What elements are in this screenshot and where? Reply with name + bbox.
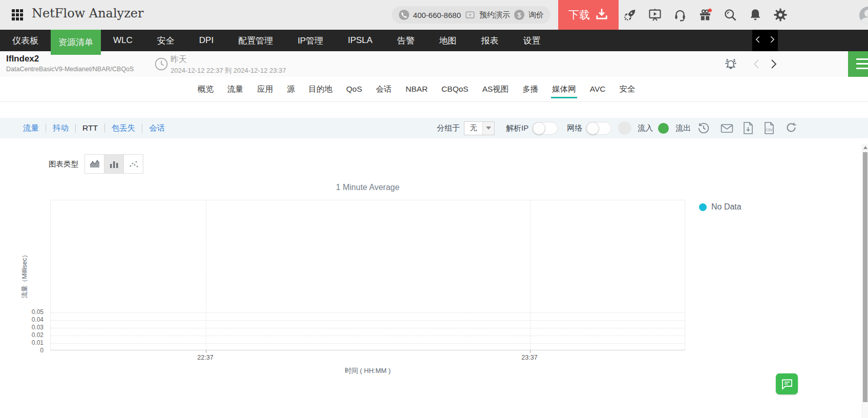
network-label: 网络 (567, 123, 582, 133)
tab-multicast[interactable]: 多播 (522, 77, 539, 101)
resolve-ip-toggle[interactable] (532, 122, 558, 135)
tab-qos[interactable]: QoS (346, 77, 363, 101)
tab-application[interactable]: 应用 (257, 77, 273, 101)
resource-tabs: 概览 流量 应用 源 目的地 QoS 会话 NBAR CBQoS AS视图 多播… (0, 77, 868, 102)
metric-conversation[interactable]: 会话 (149, 123, 165, 134)
metric-jitter[interactable]: 抖动 (53, 123, 69, 134)
prev-resource-icon[interactable] (751, 58, 763, 70)
resolve-ip-label: 解析IP (506, 123, 528, 133)
nav-dashboard[interactable]: 仪表板 (0, 30, 51, 51)
top-header: NetFlow Analyzer 400-660-8680 预约演示 $ 询价 … (0, 0, 868, 30)
nav-security[interactable]: 安全 (145, 30, 187, 51)
y-tick: 0.04 (24, 316, 44, 323)
nav-dpi[interactable]: DPI (187, 30, 226, 51)
tab-traffic[interactable]: 流量 (227, 77, 244, 101)
hamburger-icon (856, 58, 868, 60)
y-axis-title: 流量（Millisec） (20, 239, 29, 311)
outflow-radio[interactable] (658, 123, 669, 134)
scatter-chart-icon[interactable] (123, 154, 143, 174)
tab-destination[interactable]: 目的地 (308, 77, 333, 101)
tab-cbqos[interactable]: CBQoS (441, 77, 469, 101)
y-tick: 0.05 (24, 308, 44, 316)
metric-traffic[interactable]: 流量 (23, 123, 39, 134)
inflow-label: 流入 (638, 123, 653, 133)
pdf-icon[interactable] (742, 121, 755, 135)
nav-ip-mgmt[interactable]: IP管理 (285, 30, 335, 51)
svg-text:CSV: CSV (766, 128, 773, 132)
time-range: 2024-12-12 22:37 到 2024-12-12 23:37 (171, 66, 286, 75)
nav-config-mgmt[interactable]: 配置管理 (226, 30, 285, 51)
nav-ipsla[interactable]: IPSLA (335, 30, 385, 51)
chart-type-label: 图表类型 (49, 159, 78, 169)
x-tick-label: 23:37 (514, 354, 545, 361)
side-panel-toggle[interactable] (848, 51, 868, 77)
quote-link[interactable]: 询价 (528, 10, 544, 20)
next-resource-icon[interactable] (767, 58, 779, 70)
y-tick: 0 (24, 347, 44, 354)
phone-number: 400-660-8680 (413, 11, 461, 19)
search-icon[interactable] (723, 8, 737, 22)
vertical-scrollbar[interactable] (862, 144, 868, 418)
metric-links: 流量 抖动 RTT 包丢失 会话 (23, 118, 165, 138)
bar-chart-icon[interactable] (104, 154, 124, 174)
tab-overview[interactable]: 概览 (197, 77, 214, 101)
nav-inventory[interactable]: 资源清单 (51, 30, 101, 55)
download-button[interactable]: 下载 (558, 0, 619, 30)
apps-grid-icon[interactable] (11, 9, 24, 21)
group-by-select[interactable]: 无 (464, 121, 495, 135)
nav-scroll-arrows (752, 30, 778, 51)
refresh-icon[interactable] (785, 121, 798, 135)
metric-packet-loss[interactable]: 包丢失 (112, 123, 136, 134)
scrollbar-thumb[interactable] (863, 152, 867, 402)
nav-wlc[interactable]: WLC (101, 30, 145, 51)
mail-icon[interactable] (720, 121, 733, 135)
nav-maps[interactable]: 地图 (427, 30, 469, 51)
nav-next-icon[interactable] (767, 34, 777, 47)
filter-controls: 分组于 无 解析IP 网络 流入 流出 CSV (437, 118, 798, 138)
tab-as-view[interactable]: AS视图 (482, 77, 510, 101)
download-label: 下载 (568, 8, 590, 22)
x-tick-label: 22:37 (190, 354, 221, 361)
demo-link[interactable]: 预约演示 (479, 10, 510, 20)
presentation-icon[interactable] (648, 8, 662, 22)
inflow-radio[interactable] (618, 121, 631, 135)
tab-conversation[interactable]: 会话 (375, 77, 392, 101)
nav-alarms[interactable]: 告警 (385, 30, 427, 51)
resource-subtitle: DataCentreBasicV9-Medianet/NBAR/CBQoS (6, 66, 134, 73)
resource-subheader: IfIndex2 DataCentreBasicV9-Medianet/NBAR… (0, 51, 868, 77)
tab-nbar[interactable]: NBAR (405, 77, 428, 101)
network-toggle[interactable] (586, 122, 611, 135)
group-by-value: 无 (464, 123, 482, 133)
clock-icon (155, 57, 168, 71)
tab-avc[interactable]: AVC (589, 77, 606, 101)
user-avatar[interactable] (859, 7, 868, 24)
nav-settings[interactable]: 设置 (511, 30, 553, 51)
rocket-icon[interactable] (623, 8, 637, 22)
tab-security[interactable]: 安全 (619, 77, 636, 101)
resource-title: IfIndex2 (6, 54, 39, 64)
bell-icon[interactable] (748, 8, 763, 22)
nav-prev-icon[interactable] (753, 34, 764, 47)
ringing-bell-icon[interactable] (722, 56, 739, 73)
metric-rtt[interactable]: RTT (82, 123, 98, 133)
demo-video-icon (464, 9, 476, 20)
area-chart-icon[interactable] (84, 154, 104, 174)
csv-icon[interactable]: CSV (763, 121, 776, 135)
time-period-label[interactable]: 昨天 (171, 54, 187, 65)
gear-icon[interactable] (773, 8, 788, 22)
live-chat-button[interactable] (776, 373, 798, 394)
tab-medianet[interactable]: 媒体网 (552, 77, 577, 101)
gift-icon[interactable] (698, 8, 712, 22)
y-tick: 0.01 (24, 339, 44, 346)
history-icon[interactable] (697, 121, 710, 135)
chart-legend[interactable]: No Data (699, 202, 742, 212)
chart-type-selector (85, 154, 143, 174)
price-dollar-icon: $ (514, 9, 525, 20)
chart-title: 1 Minute Average (50, 183, 685, 192)
scroll-up-icon[interactable] (863, 146, 867, 149)
y-tick: 0.03 (24, 324, 44, 331)
headset-icon[interactable] (673, 8, 687, 22)
nav-reports[interactable]: 报表 (469, 30, 511, 51)
tab-source[interactable]: 源 (286, 77, 295, 101)
phone-icon (398, 9, 410, 20)
